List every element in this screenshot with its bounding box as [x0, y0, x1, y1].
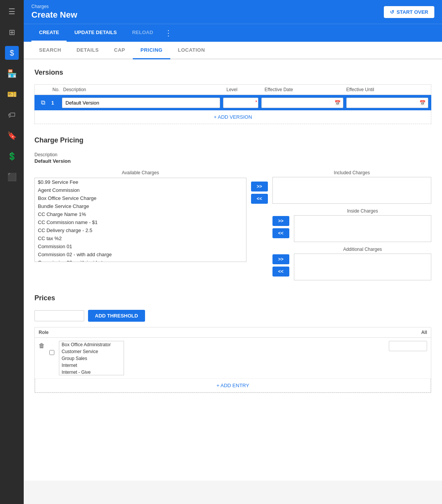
prices-section: Prices ADD THRESHOLD Role All 🗑 [34, 294, 431, 393]
col-effective-until: Effective Until [346, 87, 428, 92]
top-header: Charges Create New ↺ START OVER [24, 0, 442, 24]
role-item[interactable]: Customer Service [59, 348, 124, 355]
refresh-icon: ↺ [390, 9, 394, 15]
threshold-input[interactable] [34, 310, 84, 321]
version-level-input[interactable] [223, 98, 258, 108]
required-indicator: * [255, 100, 257, 105]
effective-until-calendar-icon[interactable]: 📅 [417, 98, 428, 107]
role-item[interactable]: Internet [59, 362, 124, 369]
additional-charges-box[interactable] [294, 254, 431, 280]
add-version-button[interactable]: + ADD VERSION [34, 110, 431, 124]
role-item[interactable]: Internet - Give [59, 369, 124, 375]
coin-icon[interactable]: 💲 [5, 149, 19, 163]
charge-item[interactable]: Commission 01 [35, 242, 246, 250]
add-threshold-button[interactable]: ADD THRESHOLD [88, 310, 145, 322]
remove-from-included-button[interactable]: << [251, 194, 268, 204]
start-over-button[interactable]: ↺ START OVER [384, 6, 434, 18]
col-empty [38, 87, 52, 92]
checkbox-col [49, 350, 54, 355]
charge-item[interactable]: CC Commission name - $1 [35, 218, 246, 226]
inside-charges-box[interactable] [294, 215, 431, 242]
tab-update-details[interactable]: UPDATE DETAILS [67, 24, 124, 42]
prices-title: Prices [34, 294, 431, 302]
hamburger-icon[interactable]: ☰ [5, 5, 19, 18]
section-tabs: SEARCH DETAILS CAP PRICING LOCATION [24, 42, 442, 59]
effective-until-wrapper: 📅 [346, 98, 428, 108]
effective-date-input[interactable] [262, 98, 332, 108]
charge-lists: Available Charges $0.99 Service Fee Agen… [34, 170, 431, 280]
inside-transfer-buttons: >> << [272, 208, 289, 238]
sidebar: ☰ ⊞ $ 🏪 🎫 🏷 🔖 💲 ⬛ [0, 0, 24, 504]
dashboard-icon[interactable]: ⊞ [5, 25, 19, 39]
cp-description-value: Default Version [34, 158, 431, 164]
add-to-included-button[interactable]: >> [251, 182, 268, 191]
role-list[interactable]: Box Office Administrator Customer Servic… [59, 341, 124, 375]
charge-item[interactable]: CC Charge Name 1% [35, 210, 246, 218]
available-charges-label: Available Charges [34, 170, 246, 175]
price-row: 🗑 Box Office Administrator Customer Serv… [35, 338, 431, 379]
tab-details[interactable]: DETAILS [69, 42, 106, 59]
role-item[interactable]: Box Office Administrator [59, 341, 124, 348]
main-content: Charges Create New ↺ START OVER CREATE U… [24, 0, 442, 504]
charge-item[interactable]: Agent Commission [35, 186, 246, 194]
charge-item[interactable]: Commission 02 - with add charge [35, 250, 246, 259]
included-transfer-buttons: >> << [251, 170, 268, 204]
action-tabs: CREATE UPDATE DETAILS RELOAD ⋮ [24, 24, 442, 42]
inside-charges-label: Inside Charges [294, 208, 431, 214]
dollar-icon[interactable]: $ [5, 46, 19, 60]
header-left: Charges Create New [31, 4, 77, 20]
tab-search[interactable]: SEARCH [31, 42, 69, 59]
tab-reload[interactable]: RELOAD [124, 24, 161, 42]
col-description: Description [63, 87, 227, 92]
versions-table-header: No. Description Level Effective Date Eff… [34, 84, 431, 95]
shop-icon[interactable]: 🏪 [5, 67, 19, 80]
charge-item[interactable]: Commission 03 - with inside tax [35, 259, 246, 262]
ticket-icon[interactable]: 🎫 [5, 87, 19, 101]
charge-pricing-section: Charge Pricing Description Default Versi… [34, 136, 431, 280]
price-field-wrapper [129, 341, 427, 351]
remove-from-additional-button[interactable]: << [272, 267, 289, 277]
charge-pricing-title: Charge Pricing [34, 136, 431, 144]
tab-cap[interactable]: CAP [106, 42, 133, 59]
included-charges-label: Included Charges [272, 170, 431, 175]
tab-location[interactable]: LOCATION [170, 42, 213, 59]
effective-date-calendar-icon[interactable]: 📅 [332, 98, 343, 107]
effective-until-input[interactable] [347, 98, 417, 108]
role-item[interactable]: Group Sales [59, 355, 124, 362]
charge-item[interactable]: CC tax %2 [35, 234, 246, 242]
add-to-additional-button[interactable]: >> [272, 254, 289, 264]
add-to-inside-button[interactable]: >> [272, 216, 289, 226]
tab-create[interactable]: CREATE [31, 24, 67, 42]
charge-item[interactable]: Bundle Service Charge [35, 202, 246, 210]
versions-title: Versions [34, 69, 431, 77]
charge-item[interactable]: Box Office Service Charge [35, 194, 246, 202]
charge-item[interactable]: CC Delivery charge - 2.5 [35, 226, 246, 234]
additional-charges-group: Additional Charges [294, 247, 431, 280]
tab-pricing[interactable]: PRICING [133, 42, 170, 59]
delete-row-button[interactable]: 🗑 [39, 342, 45, 349]
more-icon[interactable]: ⋮ [161, 25, 176, 41]
copy-version-button[interactable]: ⧉ [38, 97, 48, 108]
version-row: ⧉ 1 * 📅 📅 [34, 95, 431, 110]
available-charges-panel: Available Charges $0.99 Service Fee Agen… [34, 170, 246, 262]
add-entry-button[interactable]: + ADD ENTRY [35, 379, 431, 393]
price-input[interactable] [389, 341, 427, 351]
exit-icon[interactable]: ⬛ [5, 170, 19, 184]
included-charges-box[interactable] [272, 177, 431, 204]
effective-date-wrapper: 📅 [261, 98, 343, 108]
tag2-icon[interactable]: 🔖 [5, 129, 19, 142]
available-charges-list[interactable]: $0.99 Service Fee Agent Commission Box O… [34, 178, 246, 262]
breadcrumb: Charges [31, 4, 77, 9]
remove-from-inside-button[interactable]: << [272, 228, 289, 238]
all-checkbox[interactable] [49, 350, 54, 355]
page-content: Versions No. Description Level Effective… [24, 59, 442, 481]
version-level-wrapper: * [223, 98, 258, 108]
page-title: Create New [31, 10, 77, 20]
charge-item[interactable]: $0.99 Service Fee [35, 178, 246, 186]
version-number: 1 [51, 100, 59, 106]
additional-row: >> << Additional Charges [272, 247, 431, 280]
tag-icon[interactable]: 🏷 [5, 108, 19, 122]
prices-table: Role All 🗑 Box Office Administrator Cust… [34, 327, 431, 393]
version-description-input[interactable] [62, 98, 220, 108]
role-col-header: Role [39, 330, 49, 335]
